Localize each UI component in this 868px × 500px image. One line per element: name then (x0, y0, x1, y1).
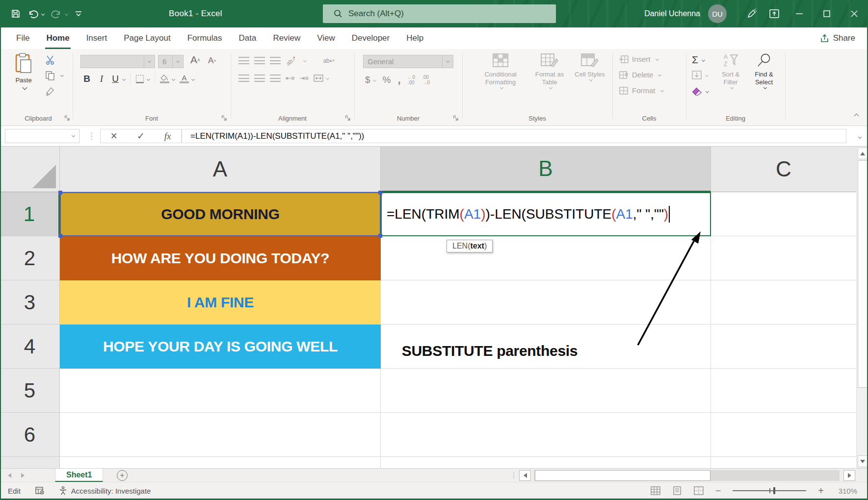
tab-data[interactable]: Data (231, 27, 265, 49)
cell-a1[interactable]: GOOD MORNING (60, 192, 381, 236)
row-header-3[interactable]: 3 (0, 280, 60, 325)
previous-sheet-button[interactable] (8, 473, 11, 478)
tab-view[interactable]: View (309, 27, 343, 49)
number-dialog-launcher[interactable] (453, 115, 459, 121)
undo-button[interactable] (27, 9, 44, 19)
customize-quick-access-button[interactable] (75, 10, 82, 17)
alignment-dialog-launcher[interactable] (345, 115, 351, 121)
autosum-dropdown-chevron[interactable] (702, 58, 705, 61)
normal-view-button[interactable] (651, 486, 660, 495)
undo-dropdown-chevron[interactable] (41, 12, 45, 15)
horizontal-scroll-track[interactable] (534, 470, 840, 481)
minimize-button[interactable] (786, 0, 813, 27)
grow-font-button[interactable]: A˄ (190, 54, 200, 66)
autosum-button[interactable]: Σ (692, 54, 698, 66)
tab-file[interactable]: File (8, 27, 38, 49)
user-name[interactable]: Daniel Uchenna (644, 9, 700, 18)
paste-button[interactable]: Paste (9, 53, 38, 89)
zoom-in-button[interactable]: + (818, 485, 824, 497)
cell-a4[interactable]: HOPE YOUR DAY IS GOING WELL (60, 325, 381, 369)
zoom-slider-thumb[interactable] (773, 487, 775, 494)
formula-bar-resize-handle[interactable]: ⋮ (87, 130, 96, 143)
close-button[interactable] (841, 0, 868, 27)
save-button[interactable] (11, 9, 21, 19)
maximize-button[interactable] (813, 0, 841, 27)
next-sheet-button[interactable] (21, 473, 25, 478)
clear-dropdown-chevron[interactable] (706, 90, 709, 93)
zoom-slider[interactable] (733, 490, 806, 491)
clipboard-dialog-launcher[interactable] (64, 115, 70, 121)
name-box-dropdown[interactable] (67, 129, 79, 143)
sort-filter-chevron (730, 86, 733, 89)
row-header-1[interactable]: 1 (0, 192, 60, 236)
share-button[interactable]: Share (820, 27, 855, 49)
row-header-4[interactable]: 4 (0, 325, 60, 369)
horizontal-scroll-thumb[interactable] (535, 470, 710, 481)
shrink-font-button[interactable]: A˅ (208, 56, 216, 66)
insert-function-button[interactable]: fx (154, 129, 181, 143)
tab-formulas[interactable]: Formulas (179, 27, 231, 49)
cell-a3[interactable]: I AM FINE (60, 280, 381, 325)
scroll-left-button[interactable] (519, 470, 531, 481)
tab-insert[interactable]: Insert (78, 27, 116, 49)
find-select-chevron[interactable] (763, 86, 766, 89)
tab-home[interactable]: Home (38, 27, 78, 49)
page-layout-view-button[interactable] (672, 486, 682, 495)
cancel-button[interactable]: × (101, 129, 128, 143)
cell-b1-formula-edit[interactable]: =LEN(TRIM(A1))-LEN(SUBSTITUTE(A1," ","") (381, 192, 711, 236)
select-all-corner[interactable] (0, 147, 60, 192)
new-sheet-button[interactable]: + (117, 470, 128, 481)
font-size-combobox[interactable]: 6 (158, 55, 184, 68)
vertical-scroll-thumb[interactable] (858, 160, 868, 388)
paste-dropdown-chevron[interactable] (22, 85, 27, 90)
font-name-combobox[interactable] (80, 55, 155, 68)
enter-button[interactable]: ✓ (128, 129, 155, 143)
name-box[interactable] (5, 129, 79, 143)
font-dialog-launcher[interactable] (221, 115, 227, 121)
tab-developer[interactable]: Developer (343, 27, 398, 49)
tab-page-layout[interactable]: Page Layout (115, 27, 179, 49)
avatar[interactable]: DU (708, 4, 727, 23)
reference-handle-bottom-right[interactable] (378, 234, 382, 238)
reference-handle-top-right[interactable] (378, 191, 382, 195)
formula-bar-expand-chevron[interactable] (857, 133, 861, 142)
scroll-down-button[interactable] (858, 455, 868, 467)
column-header-c[interactable]: C (711, 147, 856, 192)
horizontal-scrollbar[interactable]: ⋮⋮ (510, 469, 856, 482)
column-header-a[interactable]: A (60, 147, 381, 192)
borders-dropdown-chevron[interactable] (147, 77, 150, 80)
zoom-out-button[interactable]: − (715, 485, 721, 497)
column-header-b[interactable]: B (381, 147, 711, 192)
accessibility-status[interactable]: Accessibility: Investigate (59, 486, 151, 495)
search-box[interactable]: Search (Alt+Q) (323, 4, 556, 23)
underline-dropdown-chevron[interactable] (122, 77, 126, 80)
find-select-button[interactable]: Find & Select (749, 53, 779, 89)
reference-handle-bottom-left[interactable] (58, 234, 62, 238)
font-name-dropdown[interactable] (144, 55, 155, 68)
zoom-level[interactable]: 310% (836, 487, 857, 495)
cell-a2[interactable]: HOW ARE YOU DOING TODAY? (60, 236, 381, 280)
collapse-ribbon-chevron[interactable] (854, 114, 859, 119)
row-header-6[interactable]: 6 (0, 413, 60, 457)
row-header-5[interactable]: 5 (0, 369, 60, 413)
page-break-preview-button[interactable] (694, 486, 704, 495)
macro-record-button[interactable] (35, 487, 44, 495)
vertical-scrollbar[interactable] (856, 147, 868, 468)
ribbon-display-options-button[interactable] (763, 0, 786, 27)
tab-help[interactable]: Help (398, 27, 432, 49)
sheet-tab-sheet1[interactable]: Sheet1 (55, 469, 103, 482)
scroll-up-button[interactable] (858, 148, 868, 159)
italic-button[interactable]: I (97, 74, 106, 84)
font-size-dropdown[interactable] (172, 55, 183, 68)
borders-button[interactable] (135, 75, 144, 83)
formula-input[interactable]: =LEN(TRIM(A1))-LEN(SUBSTITUTE(A1," ","")… (182, 129, 846, 143)
tab-review[interactable]: Review (264, 27, 309, 49)
scroll-right-button[interactable] (843, 470, 855, 481)
feedback-button[interactable] (740, 0, 763, 27)
worksheet-grid: A B C 1 2 3 4 5 6 GOOD MORNING HOW ARE Y… (0, 147, 856, 468)
bold-button[interactable]: B (81, 74, 92, 84)
underline-button[interactable]: U (111, 74, 120, 84)
row-header-2[interactable]: 2 (0, 236, 60, 280)
reference-handle-top-left[interactable] (58, 191, 62, 195)
row-header-7-partial[interactable] (0, 457, 60, 468)
